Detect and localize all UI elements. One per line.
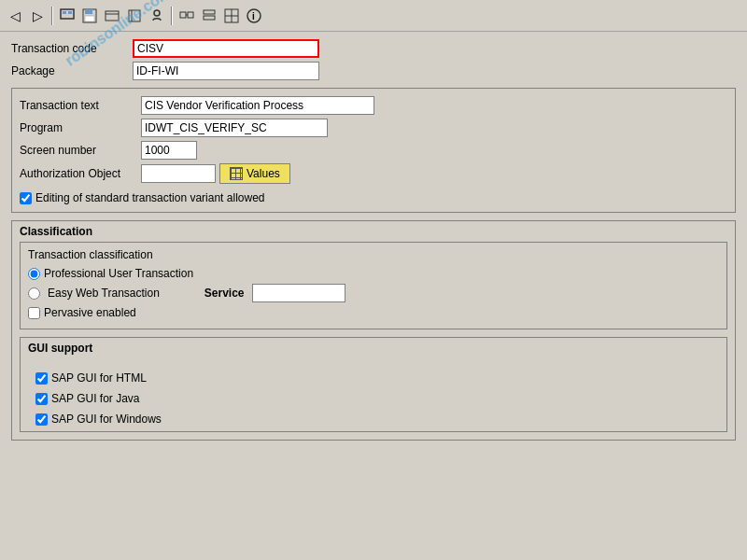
easy-web-radio[interactable] [28,287,40,300]
auth-object-row: Authorization Object Values [20,163,727,184]
svg-text:i: i [252,11,255,21]
editing-checkbox-row: Editing of standard transaction variant … [20,191,727,204]
editing-checkbox-label: Editing of standard transaction variant … [35,191,264,204]
svg-rect-15 [204,16,215,20]
screen-number-row: Screen number [20,141,727,160]
service-input[interactable] [252,284,345,302]
gui-support-panel: GUI support SAP GUI for HTML SAP GUI for… [20,337,727,432]
local-layout-btn[interactable] [57,6,78,26]
auth-object-input[interactable] [141,164,216,183]
gui-windows-row: SAP GUI for Windows [35,413,712,426]
gui-windows-label: SAP GUI for Windows [51,413,162,426]
svg-rect-11 [180,12,186,18]
btn5[interactable] [176,6,197,26]
professional-user-radio[interactable] [28,268,40,280]
shortcut-btn[interactable] [102,6,122,26]
package-row: Package [11,62,736,80]
classification-panel: Classification Transaction classificatio… [11,220,736,441]
svg-rect-6 [106,11,119,21]
toolbar: ◁ ▷ [0,0,747,32]
btn4[interactable] [147,6,167,26]
details-panel: Transaction text Program Screen number A… [11,88,736,213]
main-content: Transaction code Package Transaction tex… [0,32,747,455]
transaction-text-label: Transaction text [20,99,141,112]
pervasive-label: Pervasive enabled [44,306,136,319]
svg-rect-5 [85,16,94,21]
btn7[interactable] [221,6,242,26]
auth-object-label: Authorization Object [20,167,141,180]
svg-rect-14 [204,10,215,14]
transaction-text-input[interactable] [141,96,374,115]
gui-support-content: SAP GUI for HTML SAP GUI for Java SAP GU… [21,358,726,431]
screen-number-label: Screen number [20,144,141,157]
btn6[interactable] [199,6,219,26]
gui-java-checkbox[interactable] [35,393,48,405]
grid-icon [230,167,243,180]
transaction-class-title: Transaction classification [28,248,719,261]
package-input[interactable] [133,62,319,80]
forward-btn[interactable]: ▷ [27,6,48,26]
svg-rect-2 [68,11,72,14]
svg-point-10 [154,10,160,16]
svg-rect-1 [63,11,66,14]
values-button-label: Values [247,167,280,180]
gui-windows-checkbox[interactable] [35,413,48,426]
transaction-class-panel: Transaction classification Professional … [20,242,727,329]
gui-html-row: SAP GUI for HTML [35,371,712,385]
screen-number-input[interactable] [141,141,197,160]
transaction-code-input[interactable] [133,39,319,58]
pervasive-row: Pervasive enabled [28,306,719,319]
btn3[interactable] [124,6,145,26]
gui-support-title: GUI support [21,338,726,358]
transaction-code-row: Transaction code [11,39,736,58]
pervasive-checkbox[interactable] [28,307,40,319]
transaction-text-row: Transaction text [20,96,727,115]
values-button[interactable]: Values [219,163,290,184]
package-label: Package [11,64,133,77]
classification-title: Classification [12,221,735,242]
program-input[interactable] [141,119,328,137]
easy-web-row: Easy Web Transaction Service [28,284,719,302]
save-btn[interactable] [79,6,100,26]
gui-html-checkbox[interactable] [35,372,48,385]
program-row: Program [20,119,727,137]
svg-rect-12 [188,12,193,18]
top-fields: Transaction code Package [11,39,736,80]
gui-java-label: SAP GUI for Java [51,392,139,405]
easy-web-label: Easy Web Transaction [48,287,160,300]
gui-html-label: SAP GUI for HTML [51,371,147,385]
professional-user-row: Professional User Transaction [28,267,719,280]
sep1 [51,7,53,25]
program-label: Program [20,121,141,134]
back-btn[interactable]: ◁ [5,6,25,26]
svg-rect-4 [85,9,92,14]
professional-user-label: Professional User Transaction [44,267,193,280]
editing-checkbox[interactable] [20,192,32,204]
gui-java-row: SAP GUI for Java [35,392,712,405]
service-label: Service [204,287,245,300]
svg-rect-8 [129,10,140,21]
info-btn[interactable]: i [244,6,264,26]
sep2 [171,7,173,25]
transaction-code-label: Transaction code [11,42,133,55]
